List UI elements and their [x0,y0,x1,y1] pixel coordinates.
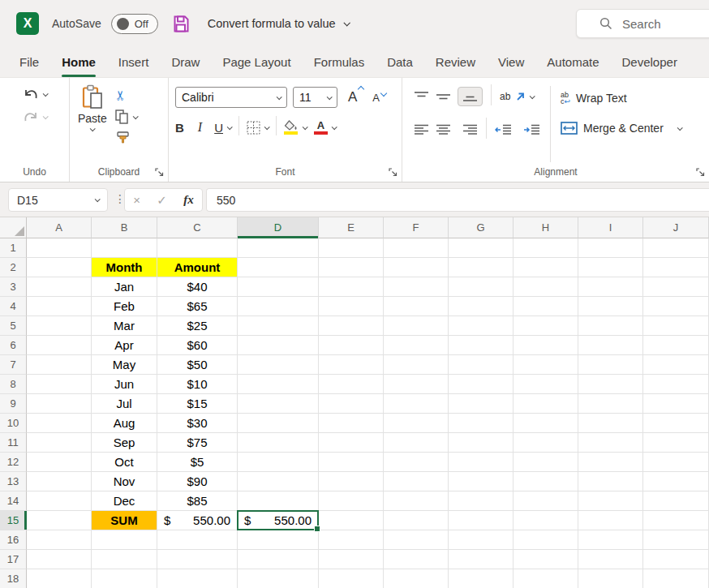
alignment-dialog-launcher[interactable] [696,168,705,177]
cell-A15[interactable] [27,511,92,530]
cell-I14[interactable] [578,491,643,511]
cell-A16[interactable] [27,530,92,550]
cell-C4[interactable]: $65 [157,297,238,316]
cell-A2[interactable] [27,258,92,277]
cell-F16[interactable] [384,530,449,550]
cell-G4[interactable] [449,297,513,316]
cell-H1[interactable] [513,238,578,258]
cell-J15[interactable] [643,511,709,530]
tab-formulas[interactable]: Formulas [314,47,365,77]
cell-E18[interactable] [319,569,384,588]
column-header-i[interactable]: I [578,217,643,238]
cell-I4[interactable] [578,297,643,316]
cell-B5[interactable]: Mar [92,316,157,336]
row-header-18[interactable]: 18 [0,569,27,588]
column-header-b[interactable]: B [92,217,157,238]
cell-H9[interactable] [513,394,578,414]
cell-H2[interactable] [513,258,578,277]
cell-E6[interactable] [319,336,384,355]
cell-H4[interactable] [513,297,578,316]
cell-I5[interactable] [578,316,643,336]
cell-B11[interactable]: Sep [92,433,157,453]
cell-A6[interactable] [27,336,92,355]
cell-I1[interactable] [578,238,643,258]
cell-I9[interactable] [578,394,643,414]
cell-D11[interactable] [238,433,319,453]
cell-D15[interactable]: $550.00 [238,511,319,530]
cell-H16[interactable] [513,530,578,550]
cell-G16[interactable] [449,530,513,550]
cell-A17[interactable] [27,550,92,569]
decrease-indent-button[interactable] [495,124,512,135]
cell-A5[interactable] [27,316,92,336]
cell-G17[interactable] [449,550,513,569]
cell-B17[interactable] [92,550,157,569]
cell-D18[interactable] [238,569,319,588]
cell-B2[interactable]: Month [92,258,157,277]
cell-B9[interactable]: Jul [92,394,157,414]
cell-I10[interactable] [578,414,643,433]
cell-G11[interactable] [449,433,513,453]
align-left-button[interactable] [414,124,429,135]
tab-draw[interactable]: Draw [171,47,200,77]
cell-I11[interactable] [578,433,643,453]
cell-J17[interactable] [643,550,709,569]
middle-align-button[interactable] [436,91,451,102]
cell-C17[interactable] [157,550,238,569]
clipboard-dialog-launcher[interactable] [155,168,164,177]
cell-A4[interactable] [27,297,92,316]
cell-C15[interactable]: $550.00 [157,511,238,530]
tab-page-layout[interactable]: Page Layout [222,47,290,77]
cell-D13[interactable] [238,472,319,491]
cell-J6[interactable] [643,336,709,355]
row-header-15[interactable]: 15 [0,511,27,530]
cell-G9[interactable] [449,394,513,414]
increase-indent-button[interactable] [523,124,540,135]
cell-B7[interactable]: May [92,355,157,375]
cell-I16[interactable] [578,530,643,550]
tab-home[interactable]: Home [62,47,96,77]
cell-E4[interactable] [319,297,384,316]
cell-A3[interactable] [27,277,92,297]
row-header-10[interactable]: 10 [0,414,27,433]
decrease-font-size-button[interactable]: A [372,92,386,104]
cell-F12[interactable] [384,453,449,472]
cell-D5[interactable] [238,316,319,336]
cell-F17[interactable] [384,550,449,569]
cell-C16[interactable] [157,530,238,550]
column-header-j[interactable]: J [643,217,709,238]
cell-C5[interactable]: $25 [157,316,238,336]
cell-B12[interactable]: Oct [92,453,157,472]
cell-E5[interactable] [319,316,384,336]
cell-C9[interactable]: $15 [157,394,238,414]
cell-B13[interactable]: Nov [92,472,157,491]
cell-C6[interactable]: $60 [157,336,238,355]
cell-B14[interactable]: Dec [92,491,157,511]
cell-G15[interactable] [449,511,513,530]
cell-B18[interactable] [92,569,157,588]
cell-I7[interactable] [578,355,643,375]
cell-G6[interactable] [449,336,513,355]
row-header-16[interactable]: 16 [0,530,27,550]
cell-A8[interactable] [27,375,92,394]
cell-B10[interactable]: Aug [92,414,157,433]
cell-D4[interactable] [238,297,319,316]
cell-I3[interactable] [578,277,643,297]
cell-J14[interactable] [643,491,709,511]
cell-H6[interactable] [513,336,578,355]
cell-F4[interactable] [384,297,449,316]
cell-E14[interactable] [319,491,384,511]
cell-C11[interactable]: $75 [157,433,238,453]
cell-J11[interactable] [643,433,709,453]
cell-F2[interactable] [384,258,449,277]
cell-J8[interactable] [643,375,709,394]
cell-J7[interactable] [643,355,709,375]
tab-file[interactable]: File [19,47,39,77]
cell-A12[interactable] [27,453,92,472]
cell-F8[interactable] [384,375,449,394]
column-header-f[interactable]: F [384,217,449,238]
cell-G5[interactable] [449,316,513,336]
cell-G18[interactable] [449,569,513,588]
cell-A10[interactable] [27,414,92,433]
align-center-button[interactable] [436,124,451,135]
